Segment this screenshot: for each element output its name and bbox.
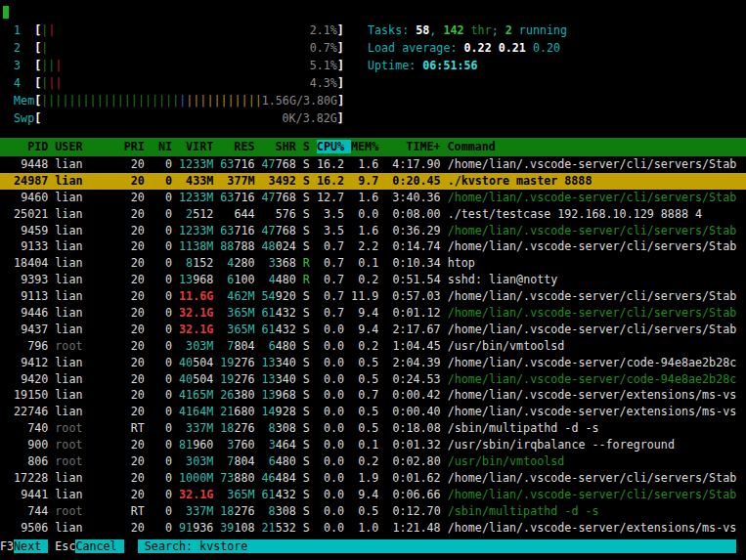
process-row-806[interactable]: 806 root 20 0 303M 7804 6480 S 0.0 0.2 0… xyxy=(0,453,746,470)
cpu-meter-2: 2 [| 0.7%] xyxy=(0,39,344,57)
process-command: /sbin/multipathd -d -s xyxy=(448,504,599,518)
process-command: sshd: lian@notty xyxy=(448,273,558,286)
process-table-header: PID USER PRI NI VIRT RES SHR S CPU% MEM%… xyxy=(0,138,746,156)
meter-label: 3 xyxy=(14,59,34,72)
swap-meter: Swp[ 0K/3.82G] xyxy=(0,109,344,127)
esc-key[interactable]: Esc xyxy=(55,539,75,553)
process-row-9393[interactable]: 9393 lian 20 0 13968 6100 4480 R 0.7 0.2… xyxy=(0,272,746,288)
meter-value: 1.56G/3.80G xyxy=(262,94,337,108)
column-header-user[interactable]: USER xyxy=(55,140,116,153)
meter-value: 0K/3.82G xyxy=(283,111,337,125)
meter-value: 2.1% xyxy=(310,23,337,37)
process-row-9113[interactable]: 9113 lian 20 0 11.6G 462M 54920 S 0.7 11… xyxy=(0,288,746,305)
process-row-9446[interactable]: 9446 lian 20 0 32.1G 365M 61432 S 0.7 9.… xyxy=(0,305,746,322)
column-header-cmd[interactable]: Command xyxy=(448,140,496,153)
process-row-25021[interactable]: 25021 lian 20 0 2512 644 576 S 3.5 0.0 0… xyxy=(0,206,746,223)
process-command: /usr/bin/vmtoolsd xyxy=(448,454,565,468)
system-info: Tasks: 58, 142 thr; 2 runningLoad averag… xyxy=(368,22,567,74)
process-row-19150[interactable]: 19150 lian 20 0 4165M 26380 13968 S 0.0 … xyxy=(0,387,746,404)
meter-value: 0.7% xyxy=(310,41,337,55)
meter-value: 5.1% xyxy=(310,59,337,72)
process-command: /home/lian/.vscode-server/extensions/ms-… xyxy=(448,521,737,535)
column-header-s[interactable]: S xyxy=(303,140,310,153)
process-command: /home/lian/.vscode-server/cli/servers/St… xyxy=(448,323,737,336)
process-command: /home/lian/.vscode-server/extensions/ms-… xyxy=(448,405,737,418)
column-header-res[interactable]: RES xyxy=(220,140,254,153)
process-table: 9448 lian 20 0 1233M 63716 47768 S 16.2 … xyxy=(0,156,746,536)
column-header-shr[interactable]: SHR xyxy=(262,140,296,153)
process-command: /home/lian/.vscode-server/extensions/ms-… xyxy=(448,388,737,402)
meter-label: 4 xyxy=(14,76,34,90)
process-row-9506[interactable]: 9506 lian 20 0 91936 39108 21532 S 0.0 1… xyxy=(0,520,746,537)
process-row-9133[interactable]: 9133 lian 20 0 1138M 88788 48024 S 0.7 2… xyxy=(0,238,746,255)
process-command: /home/lian/.vscode-server/cli/servers/St… xyxy=(448,289,737,303)
process-command: /home/lian/.vscode-server/cli/servers/St… xyxy=(448,488,737,501)
process-row-9437[interactable]: 9437 lian 20 0 32.1G 365M 61432 S 0.0 9.… xyxy=(0,322,746,338)
function-bar: F3Next EscCancel Search: kvstore xyxy=(0,537,746,556)
cpu-meter-3: 3 [||| 5.1%] xyxy=(0,57,344,74)
process-command: /sbin/multipathd -d -s xyxy=(448,421,599,435)
column-header-ni[interactable]: NI xyxy=(152,140,172,153)
process-command: /home/lian/.vscode-server/cli/servers/St… xyxy=(448,471,737,485)
process-row-796[interactable]: 796 root 20 0 303M 7804 6480 S 0.0 0.2 1… xyxy=(0,338,746,355)
esc-cancel-button[interactable]: Cancel xyxy=(75,539,123,553)
process-row-9412[interactable]: 9412 lian 20 0 40504 19276 13340 S 0.0 0… xyxy=(0,355,746,371)
meter-label: 2 xyxy=(14,41,34,55)
process-row-24987[interactable]: 24987 lian 20 0 433M 377M 3492 S 16.2 9.… xyxy=(0,173,746,190)
process-row-9448[interactable]: 9448 lian 20 0 1233M 63716 47768 S 16.2 … xyxy=(0,156,746,173)
process-command: htop xyxy=(448,256,475,270)
load-average-line: Load average: 0.22 0.21 0.20 xyxy=(368,39,567,57)
process-command: ./test/testcase 192.168.10.129 8888 4 xyxy=(448,207,702,221)
process-command: /home/lian/.vscode-server/code-94e8ae2b2… xyxy=(448,356,737,369)
terminal-cursor xyxy=(3,6,9,19)
system-meters: 1 [|| 2.1%] 2 [| 0.7%] 3 [||| 5.1%] 4 [|… xyxy=(0,22,344,127)
meter-label: 1 xyxy=(14,23,34,37)
process-row-9441[interactable]: 9441 lian 20 0 32.1G 365M 61432 S 0.0 9.… xyxy=(0,487,746,503)
f3-next-button[interactable]: Next xyxy=(14,539,48,553)
process-row-22746[interactable]: 22746 lian 20 0 4164M 21680 14928 S 0.0 … xyxy=(0,404,746,420)
meter-value: 4.3% xyxy=(310,76,337,90)
column-header-mem[interactable]: MEM% xyxy=(351,140,378,153)
process-command: /home/lian/.vscode-server/cli/servers/St… xyxy=(448,306,737,320)
meter-label: Swp xyxy=(14,111,34,125)
process-command: ./kvstore master 8888 xyxy=(448,174,592,188)
uptime-line: Uptime: 06:51:56 xyxy=(368,57,567,74)
column-header-pri[interactable]: PRI xyxy=(124,140,145,153)
process-row-900[interactable]: 900 root 20 0 81960 3760 3464 S 0.0 0.1 … xyxy=(0,437,746,453)
process-command: /home/lian/.vscode-server/code-94e8ae2b2… xyxy=(448,372,737,386)
process-row-17228[interactable]: 17228 lian 20 0 1000M 73880 46484 S 0.0 … xyxy=(0,470,746,487)
process-row-18404[interactable]: 18404 lian 20 0 8152 4280 3368 R 0.7 0.1… xyxy=(0,255,746,272)
f3-key[interactable]: F3 xyxy=(0,539,14,553)
cpu-meter-4: 4 [||| 4.3%] xyxy=(0,74,344,92)
process-command: /home/lian/.vscode-server/cli/servers/St… xyxy=(448,239,737,253)
process-command: /home/lian/.vscode-server/cli/servers/St… xyxy=(448,191,737,204)
memory-meter: Mem[||||||||||||||||||||||||||||||||1.56… xyxy=(0,92,344,109)
process-command: /usr/sbin/irqbalance --foreground xyxy=(448,438,675,452)
process-row-9460[interactable]: 9460 lian 20 0 1233M 63716 47768 S 12.7 … xyxy=(0,190,746,206)
process-command: /usr/bin/vmtoolsd xyxy=(448,339,565,353)
column-header-virt[interactable]: VIRT xyxy=(179,140,213,153)
process-row-740[interactable]: 740 root RT 0 337M 18276 8308 S 0.0 0.5 … xyxy=(0,420,746,437)
column-header-cpu[interactable]: CPU% xyxy=(317,140,351,153)
column-header-time[interactable]: TIME+ xyxy=(385,140,440,153)
process-row-9459[interactable]: 9459 lian 20 0 1233M 63716 47768 S 3.5 1… xyxy=(0,223,746,239)
cpu-meter-1: 1 [|| 2.1%] xyxy=(0,22,344,39)
search-input[interactable]: Search: kvstore xyxy=(138,539,736,553)
process-row-744[interactable]: 744 root RT 0 337M 18276 8308 S 0.0 0.5 … xyxy=(0,503,746,520)
process-command: /home/lian/.vscode-server/cli/servers/St… xyxy=(448,157,737,171)
tasks-line: Tasks: 58, 142 thr; 2 running xyxy=(368,22,567,39)
column-header-pid[interactable]: PID xyxy=(0,140,48,153)
meter-label: Mem xyxy=(14,94,34,108)
process-row-9420[interactable]: 9420 lian 20 0 40504 19276 13340 S 0.0 0… xyxy=(0,371,746,388)
process-command: /home/lian/.vscode-server/cli/servers/St… xyxy=(448,224,737,237)
